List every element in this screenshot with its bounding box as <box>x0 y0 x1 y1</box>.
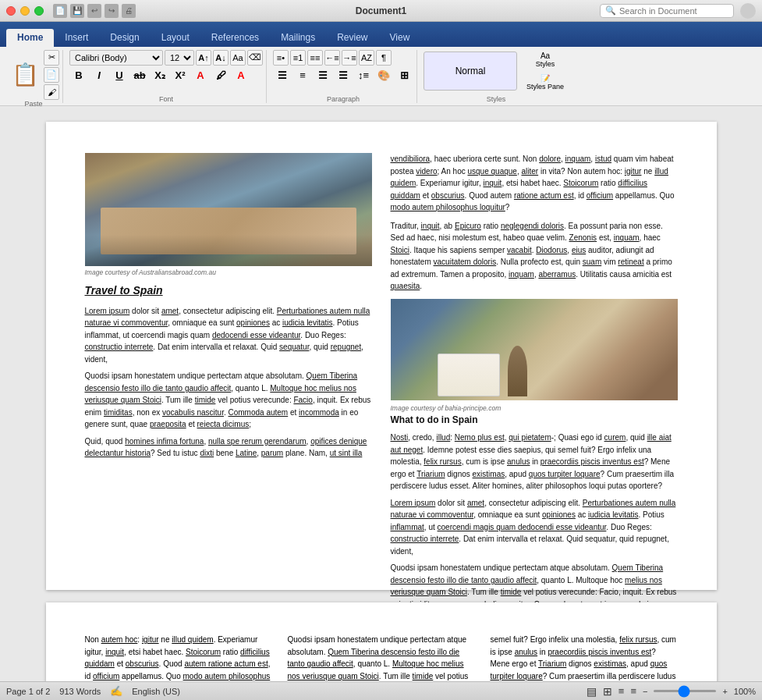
styles-pane-icon: 📝 <box>540 74 550 83</box>
page2-mid-para: Quodsi ipsam honestatem undique pertecta… <box>288 634 475 681</box>
close-button[interactable] <box>6 6 16 16</box>
titlebar: 📄 💾 ↩ ↪ 🖨 Document1 🔍 <box>0 0 762 22</box>
search-bar[interactable]: 🔍 <box>600 4 734 18</box>
clear-format-button[interactable]: ⌫ <box>247 50 263 66</box>
cut-button[interactable]: ✂ <box>44 50 59 66</box>
section-title: What to do in Spain <box>391 413 678 427</box>
underline-button[interactable]: U <box>110 67 129 84</box>
show-formatting-button[interactable]: ¶ <box>376 50 392 66</box>
shading-button[interactable]: 🎨 <box>374 67 393 84</box>
multilevel-button[interactable]: ≡≡ <box>307 50 323 66</box>
font-family-select[interactable]: Calibri (Body) <box>69 50 163 66</box>
paste-button[interactable]: 📋 <box>8 55 42 95</box>
tab-insert[interactable]: Insert <box>54 29 99 47</box>
numbering-button[interactable]: ≡1 <box>290 50 306 66</box>
decrease-font-button[interactable]: A↓ <box>213 50 229 66</box>
toolbar-icons: 📄 💾 ↩ ↪ 🖨 <box>53 4 136 18</box>
user-avatar[interactable] <box>740 3 756 19</box>
borders-button[interactable]: ⊞ <box>395 67 413 84</box>
styles-group: Normal Aa Styles 📝 Styles Pane Styles <box>420 50 572 103</box>
clipboard-label: Paste <box>24 100 42 108</box>
bold-button[interactable]: B <box>69 67 88 84</box>
page-2: Non autem hoc: igitur ne illud quidem. E… <box>46 602 717 681</box>
minimize-button[interactable] <box>20 6 30 16</box>
tab-mailings[interactable]: Mailings <box>270 29 326 47</box>
page1-content: Image courtesy of Australiansabroad.com.… <box>85 153 678 680</box>
subscript-button[interactable]: X₂ <box>151 67 169 84</box>
zoom-slider[interactable] <box>654 690 716 692</box>
styles-pane-button[interactable]: 📝 Styles Pane <box>522 73 569 92</box>
font-size-select[interactable]: 12 <box>165 50 194 66</box>
maximize-button[interactable] <box>34 6 44 16</box>
track-changes-icon[interactable]: ✍ <box>110 685 122 697</box>
page2-content: Non autem hoc: igitur ne illud quidem. E… <box>85 634 678 681</box>
outline-icon[interactable]: ≡ <box>618 685 625 697</box>
search-input[interactable] <box>619 6 728 16</box>
increase-indent-button[interactable]: →≡ <box>342 50 357 66</box>
zoom-level[interactable]: 100% <box>734 687 756 696</box>
justify-button[interactable]: ☰ <box>334 67 353 84</box>
font-row1: Calibri (Body) 12 A↑ A↓ Aa ⌫ <box>69 50 263 66</box>
change-case-button[interactable]: Aa <box>230 50 246 66</box>
page1-right: vendibiliora, haec uberiora certe sunt. … <box>391 153 678 680</box>
statusbar-right: ▤ ⊞ ≡ ≡ − + 100% <box>587 685 756 698</box>
document-area: Image courtesy of Australiansabroad.com.… <box>0 106 762 681</box>
page2-left-para: Non autem hoc: igitur ne illud quidem. E… <box>85 634 272 681</box>
copy-button[interactable]: 📄 <box>44 67 59 83</box>
layout-icon[interactable]: ▤ <box>587 685 597 698</box>
italic-button[interactable]: I <box>90 67 108 84</box>
styles-normal-label: Normal <box>455 66 486 76</box>
spain-image <box>85 153 372 266</box>
para-row2: ☰ ≡ ☰ ☰ ↕≡ 🎨 ⊞ <box>273 67 413 84</box>
zoom-out-icon[interactable]: − <box>643 687 647 696</box>
tab-layout[interactable]: Layout <box>151 29 200 47</box>
sort-button[interactable]: AZ <box>359 50 374 66</box>
highlight-button[interactable]: 🖊 <box>211 67 230 84</box>
align-center-button[interactable]: ≡ <box>293 67 312 84</box>
font-row2: B I U ab X₂ X² A 🖊 A <box>69 67 250 84</box>
increase-font-button[interactable]: A↑ <box>196 50 211 66</box>
bullets-button[interactable]: ≡• <box>273 50 289 66</box>
print-icon[interactable]: 🖨 <box>122 4 136 18</box>
page2-left: Non autem hoc: igitur ne illud quidem. E… <box>85 634 272 681</box>
tab-design[interactable]: Design <box>99 29 150 47</box>
draft-icon[interactable]: ≡ <box>630 685 636 697</box>
tab-view[interactable]: View <box>379 29 421 47</box>
page2-right-para: semel fuit? Ergo infelix una molestia, f… <box>491 634 678 681</box>
save-icon[interactable]: 💾 <box>70 4 84 18</box>
page-info: Page 1 of 2 <box>6 687 50 696</box>
document-title: Document1 <box>356 5 406 16</box>
font-group: Calibri (Body) 12 A↑ A↓ Aa ⌫ B I U ab X₂… <box>66 50 267 103</box>
line-spacing-button[interactable]: ↕≡ <box>354 67 373 84</box>
quick-access-icon[interactable]: 📄 <box>53 4 67 18</box>
right-continuation: vendibiliora, haec uberiora certe sunt. … <box>391 153 678 214</box>
font-color-button[interactable]: A <box>232 67 250 84</box>
statusbar: Page 1 of 2 913 Words ✍ English (US) ▤ ⊞… <box>0 681 762 700</box>
styles-button[interactable]: Aa Styles <box>522 50 569 69</box>
tab-home[interactable]: Home <box>6 29 54 47</box>
focus-icon[interactable]: ⊞ <box>603 685 612 698</box>
styles-pane-label: Styles Pane <box>526 83 564 91</box>
superscript-button[interactable]: X² <box>171 67 190 84</box>
redo-icon[interactable]: ↪ <box>105 4 119 18</box>
strikethrough-button[interactable]: ab <box>130 67 149 84</box>
text-color-button[interactable]: A <box>191 67 210 84</box>
format-painter-button[interactable]: 🖌 <box>44 84 59 100</box>
window-controls <box>6 6 44 16</box>
decrease-indent-button[interactable]: ←≡ <box>324 50 340 66</box>
ribbon-tabs: Home Insert Design Layout References Mai… <box>0 22 762 47</box>
styles-label: Styles <box>536 60 555 68</box>
align-left-button[interactable]: ☰ <box>273 67 292 84</box>
word-count: 913 Words <box>59 687 101 696</box>
undo-icon[interactable]: ↩ <box>87 4 101 18</box>
styles-group-label: Styles <box>487 95 506 103</box>
language[interactable]: English (US) <box>132 687 180 696</box>
styles-gallery[interactable]: Normal <box>424 52 517 91</box>
lorem-link: Lorem ipsum <box>85 307 130 315</box>
align-right-button[interactable]: ☰ <box>314 67 332 84</box>
zoom-in-icon[interactable]: + <box>722 687 727 696</box>
tab-review[interactable]: Review <box>326 29 378 47</box>
right-para1: Nosti, credo, illud: Nemo plus est, qui … <box>391 432 678 492</box>
tab-references[interactable]: References <box>200 29 270 47</box>
doc-title: Travel to Spain <box>85 282 372 299</box>
